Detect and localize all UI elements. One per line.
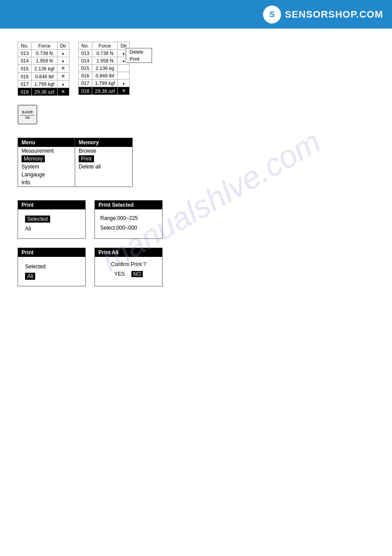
col-no-2: No. [78, 42, 92, 50]
menu-item-delete-all[interactable]: Delete all [75, 163, 132, 171]
menu-right-header: Memory [75, 138, 132, 147]
menu-item-print[interactable]: Print [75, 155, 132, 163]
header: S SENSORSHOP.COM [0, 0, 392, 29]
print-row-2: Print Selected All Print All Confirm Pri… [18, 248, 379, 286]
data-table-1: No. Force Dir 013 0.738 N ⬧ 014 1.958 N … [18, 42, 69, 96]
menu-right: Memory Browse Print Delete all [75, 138, 132, 187]
menu-item-browse[interactable]: Browse [75, 147, 132, 155]
print-all-header: Print All [95, 248, 162, 257]
confirm-text: Confirm Print ? [100, 261, 157, 267]
save-section: SAVE OK [18, 105, 379, 124]
col-dir-1: Dir [57, 42, 69, 50]
table-row: 017 1.799 kgf ⬧ [78, 80, 130, 87]
table-row-highlighted: 018 29.38 ozf ✕ [18, 88, 69, 96]
menu-left-header: Menu [18, 138, 75, 147]
table-row: 016 0.848 lbf [78, 72, 130, 80]
menu-left: Menu Measurement Memory System Langauge … [18, 138, 75, 187]
yes-no-row: YES NO [100, 271, 157, 277]
print-all-box: Print All Confirm Print ? YES NO [94, 248, 163, 286]
select-label: Select:000~000 [100, 223, 157, 233]
print-box-1: Print Selected All [18, 200, 86, 239]
table-row: 014 1.958 N ⬧ [78, 57, 130, 65]
menu-item-langauge[interactable]: Langauge [18, 171, 75, 179]
table-row: 015 2.136 kgf ✕ [18, 65, 69, 73]
data-table-2: No. Force Dir 013 0.738 N ⬧ 014 1.958 N … [78, 42, 130, 95]
logo: S SENSORSHOP.COM [263, 5, 383, 24]
print-selected-box: Print Selected Range:000~225 Select:000~… [94, 200, 163, 239]
table-row: 015 2.136 kg [78, 65, 130, 72]
print-section: Print Selected All Print Selected Range:… [18, 200, 379, 286]
table-row: 016 0.848 lbf ✕ [18, 73, 69, 80]
print-item-all-3[interactable]: All [23, 273, 80, 280]
table-row: 013 0.738 N ⬧ [18, 50, 69, 57]
save-button[interactable]: SAVE OK [18, 105, 37, 124]
menu-item-info[interactable]: Info [18, 179, 75, 187]
logo-text: SENSORSHOP.COM [285, 9, 383, 20]
yes-button[interactable]: YES [114, 271, 125, 277]
print-row-1: Print Selected All Print Selected Range:… [18, 200, 379, 239]
print-box-3-content: Selected All [18, 257, 85, 286]
menu-panel: Menu Measurement Memory System Langauge … [18, 138, 133, 187]
svg-text:S: S [269, 10, 275, 19]
range-label: Range:000~225 [100, 214, 157, 223]
delete-menu-item[interactable]: Delete [126, 48, 152, 55]
print-item-selected-1[interactable]: Selected [23, 216, 80, 223]
col-no-1: No. [18, 42, 32, 50]
menu-item-memory[interactable]: Memory [18, 155, 75, 163]
col-force-2: Force [92, 42, 118, 50]
logo-icon: S [263, 5, 281, 24]
print-menu-item[interactable]: Print [126, 55, 152, 62]
print-item-selected-3[interactable]: Selected [23, 263, 80, 270]
print-selected-content: Range:000~225 Select:000~000 [95, 209, 162, 237]
print-box-1-header: Print [18, 201, 85, 209]
print-box-1-content: Selected All [18, 209, 85, 238]
print-selected-header: Print Selected [95, 201, 162, 209]
menu-item-measurement[interactable]: Measurement [18, 147, 75, 155]
save-icon-bottom: OK [20, 115, 35, 119]
save-icon-top: SAVE [22, 110, 33, 114]
no-button[interactable]: NO [131, 271, 143, 277]
table-row: 017 1.799 kgf ⬧ [18, 80, 69, 88]
table2-container: No. Force Dir 013 0.738 N ⬧ 014 1.958 N … [78, 42, 130, 96]
print-all-content: Confirm Print ? YES NO [95, 257, 162, 282]
main-content: manualshlve.com No. Force Dir 013 0.738 … [0, 29, 392, 556]
print-box-3: Print Selected All [18, 248, 86, 286]
table-row: 014 1.958 N ⬧ [18, 57, 69, 65]
menu-section: Menu Measurement Memory System Langauge … [18, 138, 379, 187]
print-item-all-1[interactable]: All [23, 225, 80, 232]
table-row: 013 0.738 N ⬧ [78, 50, 130, 57]
context-menu[interactable]: Delete Print [126, 48, 152, 63]
tables-section: No. Force Dir 013 0.738 N ⬧ 014 1.958 N … [18, 42, 379, 96]
col-force-1: Force [32, 42, 57, 50]
table1-container: No. Force Dir 013 0.738 N ⬧ 014 1.958 N … [18, 42, 69, 96]
print-box-3-header: Print [18, 248, 85, 257]
table-row-highlighted: 018 29.38 ozf ✕ [78, 87, 130, 95]
menu-item-system[interactable]: System [18, 163, 75, 171]
